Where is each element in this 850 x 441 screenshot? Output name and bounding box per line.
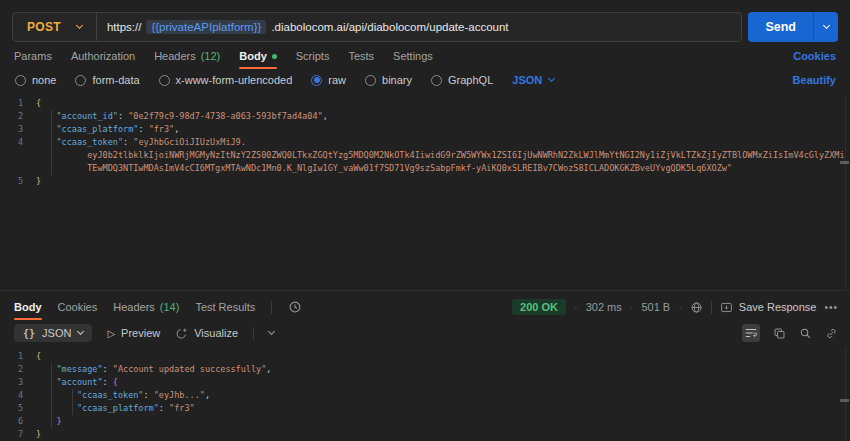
- body-language-select[interactable]: JSON: [512, 74, 554, 86]
- send-button[interactable]: Send: [748, 12, 813, 42]
- response-toolbar: {} JSON ▷ Preview Visualize: [14, 322, 838, 344]
- response-toolbar-icons: [742, 324, 838, 342]
- code-line: TEwMDQ3NTIwMDAsImV4cCI6MTgxMTAwNDc1Mn0.K…: [12, 162, 844, 175]
- history-icon[interactable]: [288, 300, 302, 314]
- tab-authorization[interactable]: Authorization: [71, 46, 135, 66]
- indent-guide: [72, 389, 73, 415]
- dot-separator: ·: [630, 301, 634, 313]
- response-body-editor[interactable]: 1{2 "message": "Account updated successf…: [12, 350, 844, 441]
- radio-binary[interactable]: binary: [365, 74, 412, 86]
- link-icon[interactable]: [825, 327, 838, 340]
- url-row: POST https:// {{privateAPIplatform}} .di…: [12, 12, 838, 42]
- request-body-editor[interactable]: 1{2 "account_id": "0e2f79c9-98d7-4738-a0…: [12, 97, 844, 287]
- method-label: POST: [27, 20, 61, 34]
- network-globe-icon[interactable]: [690, 301, 703, 314]
- radio-graphql[interactable]: GraphQL: [431, 74, 493, 86]
- code-line: 4 "ccaas_token": "eyJhbGciOiJIUzUxMiJ9.: [12, 136, 844, 149]
- visualize-button[interactable]: Visualize: [175, 327, 238, 340]
- play-icon: ▷: [107, 328, 115, 339]
- more-options-button[interactable]: •••: [824, 302, 838, 313]
- dot-separator: ·: [574, 301, 578, 313]
- wrap-text-icon[interactable]: [742, 324, 760, 342]
- divider: [711, 301, 712, 314]
- radio-icon: [365, 75, 376, 86]
- response-tab-body[interactable]: Body: [14, 297, 42, 317]
- body-modified-dot: [272, 54, 277, 59]
- radio-form-data[interactable]: form-data: [75, 74, 139, 86]
- send-button-group: Send: [748, 12, 838, 42]
- scrollbar-track[interactable]: [845, 348, 846, 441]
- response-time[interactable]: 302 ms: [586, 301, 622, 313]
- url-prefix: https://: [107, 21, 142, 33]
- url-variable-chip[interactable]: {{privateAPIplatform}}: [146, 20, 266, 34]
- response-tab-test-results[interactable]: Test Results: [195, 297, 255, 317]
- divider: [253, 327, 254, 340]
- code-line: eyJ0b2tlbklkIjoiNWRjMGMyNzItNzY2ZS00ZWQ0…: [12, 149, 844, 162]
- request-code-lines: 1{2 "account_id": "0e2f79c9-98d7-4738-a0…: [12, 97, 844, 188]
- radio-icon: [75, 75, 86, 86]
- tab-settings[interactable]: Settings: [393, 46, 433, 66]
- url-suffix: .diabolocom.ai/api/diabolocom/update-acc…: [271, 21, 508, 33]
- code-line: 6 }: [12, 415, 844, 428]
- response-meta: 200 OK · 302 ms · 501 B · Save Response …: [512, 299, 838, 315]
- code-line: 3 "account": {: [12, 376, 844, 389]
- method-select[interactable]: POST: [13, 13, 96, 41]
- search-icon[interactable]: [799, 327, 812, 340]
- tab-tests[interactable]: Tests: [348, 46, 374, 66]
- response-code-lines: 1{2 "message": "Account updated successf…: [12, 350, 844, 441]
- radio-icon: [15, 75, 26, 86]
- save-icon: [720, 301, 733, 314]
- response-tab-headers[interactable]: Headers (14): [113, 297, 179, 317]
- beautify-link[interactable]: Beautify: [793, 74, 836, 86]
- status-badge[interactable]: 200 OK: [512, 299, 566, 315]
- tab-scripts[interactable]: Scripts: [296, 46, 330, 66]
- chevron-down-icon: [76, 22, 83, 29]
- scrollbar-track[interactable]: [845, 95, 846, 289]
- response-tabs: Body Cookies Headers (14) Test Results 2…: [14, 297, 838, 317]
- code-line: 5 "ccaas_platform": "fr3": [12, 402, 844, 415]
- code-line: 2 "message": "Account updated successful…: [12, 363, 844, 376]
- request-tabs: Params Authorization Headers (12) Body S…: [14, 46, 836, 66]
- indent-guide: [51, 110, 52, 175]
- radio-urlencoded[interactable]: x-www-form-urlencoded: [159, 74, 293, 86]
- postman-request-view: POST https:// {{privateAPIplatform}} .di…: [0, 0, 850, 441]
- url-input[interactable]: https:// {{privateAPIplatform}} .diabolo…: [97, 20, 519, 34]
- response-size[interactable]: 501 B: [641, 301, 670, 313]
- code-line: 4 "ccaas_token": "eyJhb...",: [12, 389, 844, 402]
- scrollbar-mark[interactable]: [840, 399, 849, 402]
- code-line: 1{: [12, 350, 844, 363]
- dot-separator: ·: [678, 301, 682, 313]
- panel-divider: [0, 290, 850, 291]
- headers-count-badge: (12): [201, 50, 221, 62]
- copy-icon[interactable]: [773, 327, 786, 340]
- radio-icon: [159, 75, 170, 86]
- preview-button[interactable]: ▷ Preview: [107, 327, 160, 339]
- save-response-button[interactable]: Save Response: [720, 301, 817, 314]
- scrollbar-mark[interactable]: [840, 161, 849, 164]
- url-bar: POST https:// {{privateAPIplatform}} .di…: [12, 12, 742, 42]
- radio-none[interactable]: none: [15, 74, 56, 86]
- code-line: 1{: [12, 97, 844, 110]
- tab-params[interactable]: Params: [14, 46, 52, 66]
- code-line: 7}: [12, 428, 844, 441]
- chevron-down-icon: [822, 22, 829, 29]
- indent-guide: [51, 363, 52, 428]
- cookies-link[interactable]: Cookies: [793, 50, 836, 62]
- send-options-button[interactable]: [813, 12, 838, 42]
- body-type-row: none form-data x-www-form-urlencoded raw…: [15, 71, 836, 89]
- chevron-down-icon: [548, 75, 555, 82]
- response-tab-cookies[interactable]: Cookies: [58, 297, 98, 317]
- code-line: 5}: [12, 175, 844, 188]
- tab-headers[interactable]: Headers (12): [154, 46, 220, 66]
- chevron-down-icon[interactable]: [268, 328, 275, 335]
- chevron-down-icon: [77, 328, 84, 335]
- radio-selected-icon: [311, 75, 322, 86]
- code-line: 2 "account_id": "0e2f79c9-98d7-4738-a063…: [12, 110, 844, 123]
- code-line: 3 "ccaas_platform": "fr3",: [12, 123, 844, 136]
- tab-body[interactable]: Body: [239, 46, 277, 66]
- braces-icon: {}: [23, 328, 35, 339]
- radio-raw[interactable]: raw: [311, 74, 346, 86]
- response-format-select[interactable]: {} JSON: [14, 324, 92, 342]
- response-headers-count-badge: (14): [160, 301, 180, 313]
- visualize-icon: [175, 327, 188, 340]
